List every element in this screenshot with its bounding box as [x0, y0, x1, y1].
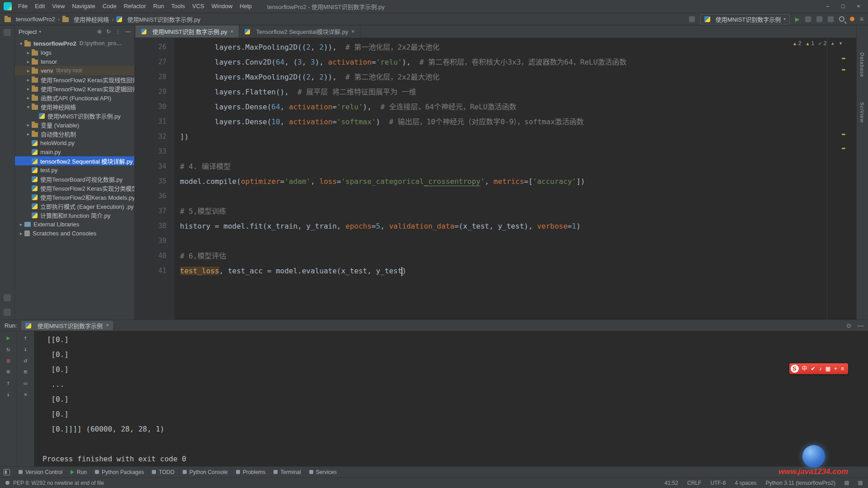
run-toolbar-icon[interactable]: ▭ — [24, 380, 28, 386]
tool-window-button-python-packages[interactable]: Python Packages — [91, 467, 148, 477]
line-number[interactable]: 34 — [135, 159, 174, 174]
line-number[interactable]: 31 — [135, 114, 174, 129]
ime-toolbar-icon[interactable]: ♪ — [819, 364, 822, 374]
tree-item[interactable]: heloWorld.py — [15, 138, 134, 147]
favorites-tool-icon[interactable] — [4, 309, 11, 316]
menu-navigate[interactable]: Navigate — [68, 0, 99, 13]
indent-indicator[interactable]: 4 spaces — [735, 480, 756, 486]
line-number[interactable]: 39 — [135, 234, 174, 249]
menu-help[interactable]: Help — [236, 0, 255, 13]
sogou-logo-icon[interactable]: S — [791, 365, 799, 373]
tree-item[interactable]: ▸函数式API (Functional API) — [15, 93, 134, 102]
line-number[interactable]: 26 — [135, 40, 174, 55]
project-tree[interactable]: ▾tensorflowPro2D:\python_pro…▸logs▸tenso… — [15, 38, 134, 319]
tool-window-button-version-control[interactable]: Version Control — [14, 467, 66, 477]
run-toolbar-icon[interactable]: ≡ — [24, 369, 28, 375]
run-toolbar-icon[interactable]: ↓ — [7, 391, 10, 398]
line-number[interactable]: 38 — [135, 219, 174, 234]
line-number[interactable]: 35 — [135, 174, 174, 189]
tree-chevron-icon[interactable]: ▸ — [25, 131, 32, 136]
tree-item[interactable]: 使用TensorFlow2和Keras Models.py — [15, 192, 134, 202]
line-number[interactable]: 40 — [135, 249, 174, 263]
error-stripe-mark[interactable] — [842, 58, 845, 59]
run-button[interactable]: ▶ — [795, 16, 800, 23]
more-menu-icon[interactable]: ≡ — [860, 15, 863, 23]
run-toolbar-icon[interactable]: ↑ — [24, 335, 28, 341]
ime-toolbar-icon[interactable]: + — [834, 364, 837, 374]
error-stripe-mark[interactable] — [842, 134, 845, 135]
project-tool-icon[interactable] — [4, 29, 11, 36]
tool-window-switcher-icon[interactable] — [4, 469, 10, 475]
run-toolbar-icon[interactable]: × — [24, 391, 28, 398]
project-header-icon[interactable]: — — [125, 28, 131, 35]
tree-item[interactable]: ▸External Libraries — [15, 220, 134, 229]
search-icon[interactable] — [839, 16, 844, 22]
breadcrumb-item[interactable]: tensorflowPro2 — [5, 16, 55, 23]
menu-edit[interactable]: Edit — [31, 0, 48, 13]
line-number[interactable]: 37 — [135, 204, 174, 219]
notifications-icon[interactable] — [850, 17, 854, 21]
run-header-icon[interactable]: ⊙ — [846, 322, 851, 329]
tree-chevron-icon[interactable]: ▸ — [25, 86, 32, 91]
encoding-indicator[interactable]: UTF-8 — [710, 480, 726, 486]
menu-view[interactable]: View — [48, 0, 68, 13]
editor-tab[interactable]: 使用MNIST识别 数字示例.py× — [136, 25, 239, 38]
menu-window[interactable]: Window — [208, 0, 236, 13]
run-toolbar-icon[interactable]: ▶ — [7, 335, 10, 341]
tree-chevron-icon[interactable]: ▸ — [25, 95, 32, 100]
right-stripe-label[interactable]: SciView — [859, 102, 865, 123]
tree-item[interactable]: ▸tensor — [15, 57, 134, 66]
tree-item[interactable]: ▸logs — [15, 48, 134, 57]
tree-item[interactable]: 计算图和tf.function 简介.py — [15, 211, 134, 220]
close-button[interactable]: × — [852, 0, 865, 12]
tool-window-button-todo[interactable]: TODO — [148, 467, 178, 477]
tree-chevron-icon[interactable]: ▸ — [25, 122, 32, 127]
inspections-widget[interactable]: ▲2▲1✔2▲▼ — [793, 40, 843, 47]
run-tab[interactable]: 使用MNIST识别数字示例 × — [21, 321, 113, 330]
run-toolbar-icon[interactable]: ≡ — [7, 369, 10, 375]
run-toolbar-icon[interactable]: ↻ — [7, 346, 10, 352]
tree-chevron-icon[interactable]: ▸ — [18, 231, 24, 236]
tool-window-button-run[interactable]: Run — [66, 467, 91, 477]
run-console-output[interactable]: [[0.] [0.] [0.] ... [0.] [0.] [0.]]]] (6… — [34, 331, 868, 466]
coverage-button[interactable] — [816, 16, 822, 22]
tool-window-button-services[interactable]: Services — [305, 467, 341, 477]
tree-item[interactable]: ▸自动微分机制 — [15, 129, 134, 138]
right-stripe-label[interactable]: Database — [859, 52, 865, 77]
prev-problem-icon[interactable]: ▲ — [830, 41, 835, 46]
tree-item[interactable]: ▸使用TensorFlow2 Keras实现线性回归 — [15, 75, 134, 84]
floating-assistant-ball[interactable] — [802, 445, 825, 468]
tree-chevron-icon[interactable]: ▸ — [25, 50, 32, 55]
close-icon[interactable]: × — [230, 28, 233, 35]
project-header-icon[interactable]: ↻ — [106, 28, 111, 35]
tree-chevron-icon[interactable]: ▾ — [18, 41, 24, 46]
editor-tab[interactable]: Tensorflow2 Sequential模块详解.py× — [239, 25, 360, 38]
error-stripe-mark[interactable] — [842, 69, 845, 70]
breadcrumb-item[interactable]: 使用神经网络 — [62, 15, 109, 23]
ime-toolbar-icon[interactable]: ▦ — [826, 364, 830, 374]
tree-item[interactable]: ▸使用TensorFlow2 Keras实现逻辑回归 — [15, 84, 134, 93]
ime-toolbar-icon[interactable]: ≡ — [841, 364, 844, 374]
menu-vcs[interactable]: VCS — [189, 0, 208, 13]
readonly-lock-icon[interactable] — [844, 481, 849, 485]
tree-item[interactable]: 使用MNIST识别数字示例.py — [15, 111, 134, 120]
tree-item[interactable]: tensorflow2 Sequential 模块详解.py — [15, 156, 134, 165]
ime-toolbar[interactable]: S 中✔♪▦+≡ — [789, 363, 848, 374]
vcs-update-icon[interactable] — [689, 16, 695, 22]
line-number[interactable]: 41 — [135, 263, 174, 278]
tree-chevron-icon[interactable]: ▸ — [25, 59, 32, 64]
run-toolbar-icon[interactable]: ↓ — [24, 346, 28, 352]
breadcrumb-item[interactable]: 使用MNIST识别数字示例.py — [116, 15, 200, 23]
next-problem-icon[interactable]: ▼ — [839, 41, 843, 46]
project-header-icon[interactable]: ⊕ — [97, 28, 102, 35]
run-header-icon[interactable]: — — [858, 322, 863, 329]
run-configuration-select[interactable]: 使用MNIST识别数字示例 ▾ — [700, 14, 790, 24]
tree-item[interactable]: ▸Scratches and Consoles — [15, 229, 134, 238]
code-editor[interactable]: 26 layers.MaxPooling2D((2, 2)), # 第一池化层，… — [135, 38, 856, 319]
menu-tools[interactable]: Tools — [168, 0, 189, 13]
menu-run[interactable]: Run — [150, 0, 168, 13]
line-number[interactable]: 36 — [135, 189, 174, 204]
tree-chevron-icon[interactable]: ▾ — [25, 104, 32, 109]
tree-item[interactable]: 使用TensorBoard可视化数据.py — [15, 174, 134, 183]
tree-item[interactable]: main.py — [15, 147, 134, 156]
